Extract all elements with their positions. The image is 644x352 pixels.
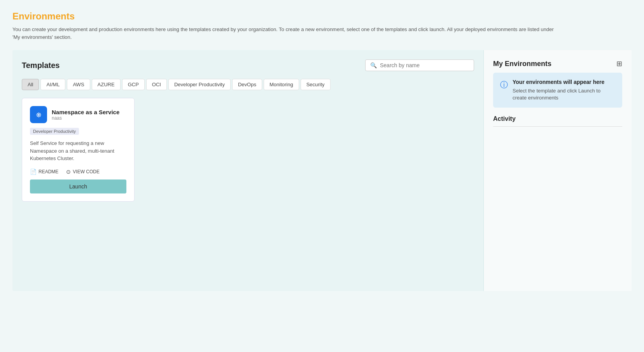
- env-placeholder: ⓘ Your environments will appear here Sel…: [493, 73, 622, 108]
- card-description: Self Service for requesting a new Namesp…: [30, 139, 126, 162]
- card-title-block: Namespace as a Service naas: [52, 109, 119, 121]
- filter-tab-devops[interactable]: DevOps: [232, 79, 262, 90]
- filter-tab-aiml[interactable]: AI/ML: [40, 79, 65, 90]
- github-icon: ⊙: [66, 169, 71, 175]
- filter-tab-security[interactable]: Security: [301, 79, 331, 90]
- filter-tab-azure[interactable]: AZURE: [92, 79, 121, 90]
- readme-icon: 📄: [30, 169, 37, 175]
- templates-section-title: Templates: [22, 61, 60, 70]
- env-placeholder-desc: Select the template and click Launch to …: [513, 87, 615, 101]
- readme-link[interactable]: 📄 README: [30, 169, 58, 175]
- info-icon: ⓘ: [500, 80, 508, 90]
- my-environments-container: My Environments ⊞ ⓘ Your environments wi…: [493, 59, 622, 108]
- filter-tab-all[interactable]: All: [22, 79, 39, 90]
- launch-button[interactable]: Launch: [30, 179, 126, 193]
- templates-section: Templates 🔍 All AI/ML AWS AZURE GCP OCI …: [12, 50, 484, 291]
- env-placeholder-title: Your environments will appear here: [513, 79, 615, 85]
- activity-section: Activity: [493, 115, 622, 127]
- view-code-link[interactable]: ⊙ VIEW CODE: [66, 169, 100, 175]
- card-title: Namespace as a Service: [52, 109, 119, 115]
- view-code-label: VIEW CODE: [73, 169, 100, 174]
- template-card: ⎈ Namespace as a Service naas Developer …: [22, 98, 135, 202]
- card-tag: Developer Productivity: [30, 128, 79, 135]
- card-header: ⎈ Namespace as a Service naas: [30, 106, 126, 123]
- search-input[interactable]: [380, 62, 469, 68]
- expand-icon[interactable]: ⊞: [616, 59, 622, 68]
- filter-tab-gcp[interactable]: GCP: [122, 79, 145, 90]
- filter-tab-aws[interactable]: AWS: [67, 79, 90, 90]
- filter-tab-oci[interactable]: OCI: [146, 79, 167, 90]
- filter-tab-devproductivity[interactable]: Developer Productivity: [168, 79, 231, 90]
- activity-title: Activity: [493, 115, 622, 127]
- search-icon: 🔍: [370, 62, 377, 68]
- page-description: You can create your development and prod…: [12, 26, 557, 41]
- card-tag-wrapper: Developer Productivity: [30, 128, 126, 135]
- env-placeholder-text: Your environments will appear here Selec…: [513, 79, 615, 101]
- right-panel: My Environments ⊞ ⓘ Your environments wi…: [484, 50, 632, 291]
- templates-header: Templates 🔍: [22, 59, 474, 71]
- my-environments-title: My Environments: [493, 60, 551, 68]
- search-box[interactable]: 🔍: [365, 59, 474, 71]
- filter-tab-monitoring[interactable]: Monitoring: [264, 79, 299, 90]
- card-links: 📄 README ⊙ VIEW CODE: [30, 167, 126, 175]
- card-subtitle: naas: [52, 115, 119, 121]
- filter-tabs: All AI/ML AWS AZURE GCP OCI Developer Pr…: [22, 79, 474, 90]
- helm-icon: ⎈: [30, 106, 47, 123]
- page-title: Environments: [12, 11, 632, 22]
- main-content: Templates 🔍 All AI/ML AWS AZURE GCP OCI …: [12, 50, 632, 291]
- readme-label: README: [38, 169, 58, 174]
- my-environments-header: My Environments ⊞: [493, 59, 622, 68]
